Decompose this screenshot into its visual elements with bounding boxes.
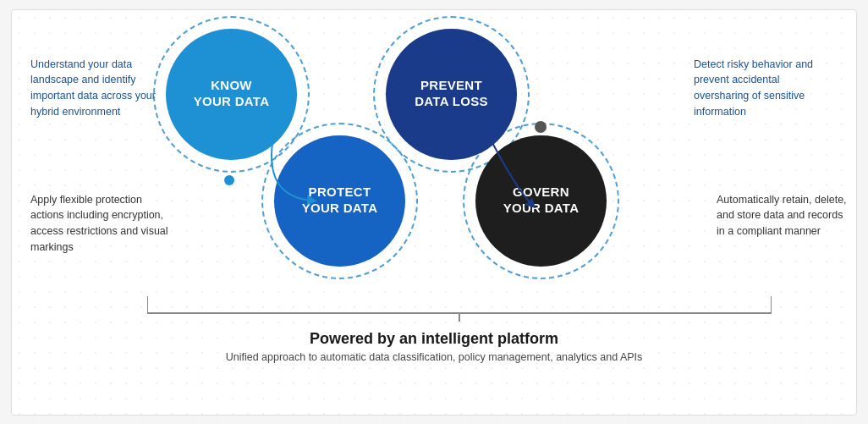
circle-prevent-line2: DATA LOSS <box>415 94 488 108</box>
bracket-svg <box>147 296 772 322</box>
dot-govern <box>535 121 547 133</box>
main-container: KNOW YOUR DATA PREVENT DATA LOSS PROTECT… <box>11 9 857 416</box>
dot-know <box>224 175 234 185</box>
circle-know: KNOW YOUR DATA <box>166 29 297 160</box>
circle-govern: GOVERN YOUR DATA <box>475 135 607 267</box>
circle-prevent-line1: PREVENT <box>420 78 482 92</box>
circle-govern-line1: GOVERN <box>513 184 569 199</box>
circle-protect-label: PROTECT YOUR DATA <box>302 184 378 217</box>
circle-govern-line2: YOUR DATA <box>503 201 580 215</box>
bottom-section: Powered by an intelligent platform Unifi… <box>12 322 856 415</box>
annotation-prevent: Detect risky behavior and prevent accide… <box>694 57 838 120</box>
circle-prevent-label: PREVENT DATA LOSS <box>415 78 488 110</box>
circle-protect-line1: PROTECT <box>309 184 371 199</box>
circle-protect-line2: YOUR DATA <box>302 201 378 215</box>
circle-know-label: KNOW YOUR DATA <box>194 78 270 110</box>
circle-know-line1: KNOW <box>211 78 252 92</box>
circle-know-line2: YOUR DATA <box>194 94 270 108</box>
circle-prevent: PREVENT DATA LOSS <box>386 29 517 160</box>
circle-protect: PROTECT YOUR DATA <box>274 135 405 267</box>
circle-govern-label: GOVERN YOUR DATA <box>503 184 580 217</box>
bracket-container <box>147 296 772 320</box>
bottom-subtitle: Unified approach to automatic data class… <box>226 351 643 363</box>
annotation-know: Understand your data landscape and ident… <box>30 57 162 120</box>
annotation-protect: Apply flexible protection actions includ… <box>30 192 170 256</box>
bottom-title: Powered by an intelligent platform <box>310 330 558 348</box>
annotation-govern: Automatically retain, delete, and store … <box>717 192 848 240</box>
